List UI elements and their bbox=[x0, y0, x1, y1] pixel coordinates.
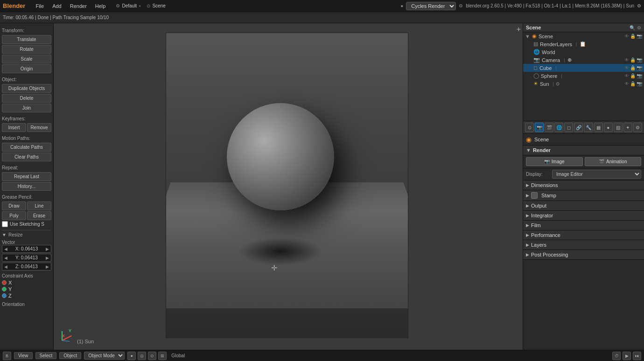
join-button[interactable]: Join bbox=[2, 104, 51, 112]
props-icon-modifier[interactable]: 🔧 bbox=[584, 123, 593, 132]
snap-icon[interactable]: ⊞ bbox=[158, 352, 167, 360]
outliner-sphere-row[interactable]: ◯ Sphere | 👁 🔒 📷 bbox=[523, 72, 644, 80]
layers-header[interactable]: ▶ Layers bbox=[523, 240, 644, 250]
proportional-edit-icon[interactable]: ⊙ bbox=[148, 352, 156, 360]
scene-render-icon[interactable]: 📷 bbox=[637, 34, 642, 39]
props-icon-texture[interactable]: ▧ bbox=[614, 123, 623, 132]
viewport-plus-button[interactable]: + bbox=[517, 25, 521, 34]
sphere-lock-icon[interactable]: 🔒 bbox=[630, 73, 636, 78]
outliner-world-row[interactable]: 🌐 World bbox=[523, 48, 644, 56]
sun-lock-icon[interactable]: 🔒 bbox=[630, 81, 636, 86]
sun-render-icon[interactable]: 📷 bbox=[637, 81, 642, 86]
sun-eye-icon[interactable]: 👁 bbox=[624, 81, 629, 86]
poly-button[interactable]: Poly bbox=[2, 211, 26, 220]
y-vector-field[interactable]: ◀ Y: 0.06413 ▶ bbox=[2, 254, 51, 262]
delete-button[interactable]: Delete bbox=[2, 94, 51, 103]
sphere-eye-icon[interactable]: 👁 bbox=[624, 73, 629, 78]
scene-selector: Scene bbox=[152, 3, 165, 8]
outliner-camera-row[interactable]: 📷 Camera | ⊕ 👁 🔒 📷 bbox=[523, 56, 644, 64]
performance-header[interactable]: ▶ Performance bbox=[523, 230, 644, 240]
props-icon-scene[interactable]: ⊙ bbox=[525, 123, 534, 132]
performance-arrow: ▶ bbox=[526, 233, 529, 237]
render-shadow bbox=[238, 237, 322, 265]
insert-keyframe-button[interactable]: Insert bbox=[2, 123, 26, 132]
remove-keyframe-button[interactable]: Remove bbox=[27, 123, 51, 132]
animation-render-button[interactable]: 🎬 Animation bbox=[585, 157, 642, 166]
menu-render[interactable]: Render bbox=[66, 2, 91, 10]
axis-z-row: Z bbox=[2, 292, 51, 299]
outliner-settings-icon[interactable]: ⚙ bbox=[637, 25, 641, 30]
z-vector-field[interactable]: ◀ Z: 0.06413 ▶ bbox=[2, 263, 51, 271]
object-button[interactable]: Object bbox=[59, 352, 81, 359]
search-icon[interactable]: 🔍 bbox=[630, 25, 635, 30]
menu-add[interactable]: Add bbox=[49, 2, 65, 10]
sphere-render-icon[interactable]: 📷 bbox=[637, 73, 642, 78]
props-icon-physics[interactable]: ⚙ bbox=[633, 123, 642, 132]
props-icon-particles[interactable]: ✦ bbox=[623, 123, 632, 132]
origin-button[interactable]: Origin bbox=[2, 64, 51, 73]
global-label: Global bbox=[171, 353, 185, 358]
x-vector-field[interactable]: ◀ X: 0.06413 ▶ bbox=[2, 245, 51, 253]
cube-render-icon[interactable]: 📷 bbox=[637, 65, 642, 70]
camera-eye-icon[interactable]: 👁 bbox=[624, 57, 629, 62]
use-sketching-checkbox[interactable] bbox=[2, 221, 8, 227]
mode-selector[interactable]: Object Mode bbox=[84, 352, 125, 360]
camera-lock-icon[interactable]: 🔒 bbox=[630, 57, 636, 62]
view-button[interactable]: View bbox=[14, 352, 33, 359]
stamp-header[interactable]: ▶ Stamp bbox=[523, 190, 644, 201]
display-select[interactable]: Image Editor bbox=[552, 170, 641, 179]
erase-button[interactable]: Erase bbox=[27, 211, 51, 220]
outliner-scene-row[interactable]: ▼ ◉ Scene 👁 🔒 📷 bbox=[523, 32, 644, 40]
props-icon-constraint[interactable]: 🔗 bbox=[574, 123, 583, 132]
select-button[interactable]: Select bbox=[35, 352, 57, 359]
camera-render-icon[interactable]: 📷 bbox=[637, 57, 642, 62]
clear-paths-button[interactable]: Clear Paths bbox=[2, 153, 51, 161]
scene-lock-icon[interactable]: 🔒 bbox=[630, 34, 636, 39]
props-icon-render2[interactable]: 🎬 bbox=[545, 123, 553, 132]
viewport-overlay-icon[interactable]: ◎ bbox=[138, 352, 146, 360]
history-button[interactable]: History... bbox=[2, 182, 51, 191]
outliner-cube-name: Cube bbox=[539, 65, 552, 71]
output-header[interactable]: ▶ Output bbox=[523, 201, 644, 210]
image-render-button[interactable]: 📷 Image bbox=[526, 157, 583, 166]
post-processing-header[interactable]: ▶ Post Processing bbox=[523, 250, 644, 259]
calculate-paths-button[interactable]: Calculate Paths bbox=[2, 143, 51, 152]
gizmo-svg bbox=[58, 326, 77, 345]
outliner-cube-row[interactable]: ◻ Cube | 👁 🔒 📷 bbox=[523, 64, 644, 72]
duplicate-objects-button[interactable]: Duplicate Objects bbox=[2, 84, 51, 93]
viewport-shading-icon[interactable]: ● bbox=[127, 352, 136, 360]
repeat-last-button[interactable]: Repeat Last bbox=[2, 172, 51, 181]
dimensions-header[interactable]: ▶ Dimensions bbox=[523, 180, 644, 190]
props-icon-material[interactable]: ● bbox=[604, 123, 613, 132]
film-header[interactable]: ▶ Film bbox=[523, 221, 644, 230]
timeline-icon[interactable]: ⏱ bbox=[612, 352, 621, 360]
translate-button[interactable]: Translate bbox=[2, 35, 51, 44]
line-button[interactable]: Line bbox=[27, 201, 51, 210]
props-icon-object[interactable]: ◻ bbox=[564, 123, 573, 132]
props-icon-render[interactable]: 📷 bbox=[535, 123, 544, 132]
outliner-renderlayers-row[interactable]: ▤ RenderLayers | 📋 bbox=[523, 40, 644, 48]
cube-eye-icon[interactable]: 👁 bbox=[624, 65, 629, 70]
performance-section: ▶ Performance bbox=[523, 230, 644, 240]
main-layout: Transform: Translate Rotate Scale Origin… bbox=[0, 23, 644, 350]
scene-eye-icon[interactable]: 👁 bbox=[624, 34, 629, 39]
menu-help[interactable]: Help bbox=[91, 2, 110, 10]
rotate-button[interactable]: Rotate bbox=[2, 45, 51, 54]
blender-bottom-icon[interactable]: B bbox=[3, 352, 11, 360]
scale-button[interactable]: Scale bbox=[2, 55, 51, 63]
outliner-camera-name: Camera bbox=[542, 57, 560, 63]
animation-btn-label: Animation bbox=[606, 159, 627, 164]
menu-file[interactable]: File bbox=[32, 2, 48, 10]
props-icon-world[interactable]: 🌐 bbox=[554, 123, 563, 132]
outliner-sun-row[interactable]: ☀ Sun | ⊙ 👁 🔒 📷 bbox=[523, 80, 644, 88]
playback-icon[interactable]: ▶ bbox=[623, 352, 631, 360]
draw-button[interactable]: Draw bbox=[2, 201, 26, 210]
axis-y-label: Y bbox=[8, 286, 12, 292]
z-arrow-left: ◀ bbox=[4, 264, 7, 269]
frame-icon[interactable]: ⏭ bbox=[633, 352, 641, 360]
integrator-header[interactable]: ▶ Integrator bbox=[523, 211, 644, 220]
cube-lock-icon[interactable]: 🔒 bbox=[630, 65, 636, 70]
render-engine-select[interactable]: Cycles Render bbox=[406, 2, 456, 10]
viewport[interactable]: ✛ X Y (1) Sun + bbox=[54, 23, 523, 350]
props-icon-data[interactable]: ▦ bbox=[594, 123, 603, 132]
